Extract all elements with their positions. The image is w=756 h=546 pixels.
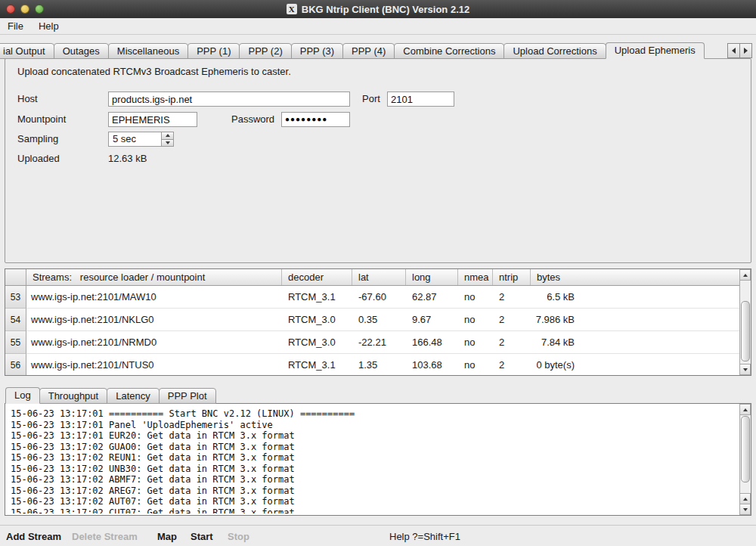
log-line: 15-06-23 13:17:02 REUN1: Get data in RTC… [11,452,737,464]
table-row[interactable]: 54 www.igs-ip.net:2101/NKLG0 RTCM_3.0 0.… [5,309,739,331]
table-row[interactable]: 53 www.igs-ip.net:2101/MAW10 RTCM_3.1 -6… [5,286,739,309]
cell-decoder: RTCM_3.0 [282,309,352,330]
tab-log[interactable]: Log [5,387,40,404]
spin-down-icon [166,141,170,144]
scrollbar-thumb[interactable] [741,301,750,361]
row-number[interactable]: 56 [5,354,26,375]
header-streams[interactable]: Streams: resource loader / mountpoint [26,269,282,285]
scroll-down-button[interactable] [740,364,751,375]
delete-stream-button: Delete Stream [72,531,138,542]
uploaded-label: Uploaded [17,151,60,166]
bytes-value: 7.986 kB [531,314,575,325]
port-input[interactable] [387,92,454,107]
tab-ppp-plot[interactable]: PPP Plot [159,388,216,404]
bytes-value: 7.84 kB [531,337,575,348]
log-scrollbar[interactable] [739,404,751,515]
tab-ppp-1[interactable]: PPP (1) [187,43,240,59]
header-decoder[interactable]: decoder [282,269,352,285]
scroll-up-icon [743,274,748,277]
mountpoint-input[interactable] [108,112,197,127]
sampling-value[interactable]: 5 sec [108,132,161,147]
header-ntrip[interactable]: ntrip [493,269,531,285]
log-panel: 15-06-23 13:17:01 ========== Start BNC v… [5,403,751,516]
cell-decoder: RTCM_3.0 [282,331,352,353]
sampling-spin-buttons [161,132,174,147]
table-row[interactable]: 56 www.igs-ip.net:2101/NTUS0 RTCM_3.1 1.… [5,354,739,375]
scrollbar-thumb[interactable] [741,416,750,482]
cell-ntrip: 2 [493,331,531,353]
tab-latency[interactable]: Latency [107,388,160,404]
titlebar: X BKG Ntrip Client (BNC) Version 2.12 [0,0,756,18]
log-line: 15-06-23 13:17:02 GUAO0: Get data in RTC… [11,442,737,453]
tab-scroll-left-button[interactable] [727,43,740,58]
header-corner-cell[interactable] [5,269,26,285]
scroll-up-icon [743,498,748,501]
password-input[interactable]: ●●●●●●●● [281,112,350,127]
log-line: 15-06-23 13:17:01 ========== Start BNC v… [11,408,737,420]
host-input[interactable] [108,92,350,107]
header-bytes[interactable]: bytes [531,269,739,285]
uploaded-value: 12.63 kB [108,151,147,166]
statusbar: Add Stream Delete Stream Map Start Stop … [0,525,756,546]
scroll-up-button-bottom[interactable] [740,493,751,504]
log-line: 15-06-23 13:17:02 CUT07: Get data in RTC… [11,507,737,514]
row-number[interactable]: 54 [5,309,26,331]
window-title-area: X BKG Ntrip Client (BNC) Version 2.12 [287,4,469,15]
zoom-button[interactable] [35,5,44,14]
header-nmea[interactable]: nmea [458,269,493,285]
log-line: 15-06-23 13:17:02 AREG7: Get data in RTC… [11,486,737,497]
scroll-up-icon [743,408,748,411]
cell-bytes: 7.84 kB [531,331,739,353]
cell-bytes: 6.5 kB [531,286,739,308]
tab-scroll-right-button[interactable] [739,43,752,58]
add-stream-button[interactable]: Add Stream [6,531,61,542]
cell-decoder: RTCM_3.1 [282,354,352,375]
spin-down-button[interactable] [161,139,174,147]
password-label: Password [231,112,274,127]
bytes-value: 0 byte(s) [531,359,575,371]
cell-lat: -22.21 [352,331,406,353]
tab-outages[interactable]: Outages [54,43,109,59]
cell-mountpoint: www.igs-ip.net:2101/NTUS0 [26,354,282,375]
log-line: 15-06-23 13:17:02 ABMF7: Get data in RTC… [11,474,737,486]
close-button[interactable] [6,5,15,14]
chevron-left-icon [732,48,736,54]
tab-throughput[interactable]: Throughput [39,388,108,404]
menubar: File Help [0,18,756,35]
window-title: BKG Ntrip Client (BNC) Version 2.12 [302,4,469,15]
scroll-up-button[interactable] [740,269,751,281]
cell-nmea: no [458,309,493,330]
scroll-up-button[interactable] [740,404,751,415]
upload-ephemeris-panel: Upload concatenated RTCMv3 Broadcast Eph… [5,58,751,263]
header-long[interactable]: long [406,269,458,285]
row-number[interactable]: 55 [5,331,26,354]
tab-ppp-3[interactable]: PPP (3) [291,43,343,59]
tab-combine-corrections[interactable]: Combine Corrections [394,43,504,59]
tab-upload-ephemeris[interactable]: Upload Ephemeris [606,42,705,59]
table-row[interactable]: 55 www.igs-ip.net:2101/NRMD0 RTCM_3.0 -2… [5,331,739,354]
sampling-spinbox[interactable]: 5 sec [108,132,174,147]
header-lat[interactable]: lat [352,269,406,285]
scroll-down-button[interactable] [740,504,751,515]
tab-ppp-4[interactable]: PPP (4) [342,43,395,59]
chevron-right-icon [744,48,748,54]
sampling-label: Sampling [17,132,58,147]
cell-bytes: 7.986 kB [531,309,739,330]
cell-mountpoint: www.igs-ip.net:2101/NRMD0 [26,331,282,353]
start-button[interactable]: Start [191,531,213,542]
x11-app-icon: X [287,4,297,14]
menu-help[interactable]: Help [31,18,67,34]
map-button[interactable]: Map [157,531,177,542]
menu-file[interactable]: File [0,18,31,34]
minimize-button[interactable] [20,5,29,14]
log-line: 15-06-23 13:17:01 Panel 'UploadEphemeris… [11,420,737,431]
tab-ppp-2[interactable]: PPP (2) [239,43,291,59]
row-number[interactable]: 53 [5,286,26,309]
scroll-down-icon [743,508,748,511]
tab-serial-output[interactable]: ial Output [0,43,54,59]
tab-miscellaneous[interactable]: Miscellaneous [108,43,188,59]
mountpoint-label: Mountpoint [17,112,66,127]
streams-scrollbar[interactable] [739,269,751,375]
tab-upload-corrections[interactable]: Upload Corrections [503,43,606,59]
cell-mountpoint: www.igs-ip.net:2101/MAW10 [26,286,282,308]
